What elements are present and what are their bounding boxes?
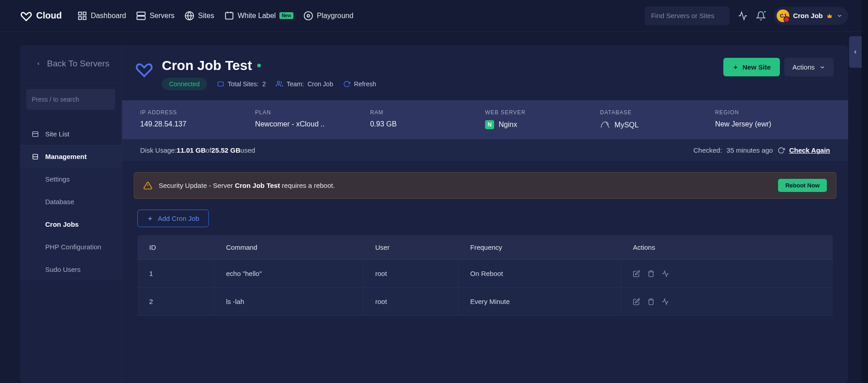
- user-menu[interactable]: CJ Cron Job: [774, 7, 848, 25]
- server-title-row: Cron Job Test: [162, 58, 376, 73]
- table-row: 2 ls -lah root Every Minute: [137, 288, 833, 316]
- team-value: Cron Job: [307, 80, 333, 88]
- nav-servers[interactable]: Servers: [136, 11, 175, 21]
- nav-dashboard[interactable]: Dashboard: [77, 11, 126, 21]
- sidebar: Back To Servers Site List Management Set…: [20, 45, 122, 383]
- servers-icon: [136, 11, 146, 21]
- activity-button[interactable]: [738, 11, 748, 21]
- nav-sites[interactable]: Sites: [184, 11, 214, 21]
- edit-icon: [633, 270, 640, 277]
- back-to-servers[interactable]: Back To Servers: [20, 45, 122, 83]
- logo-icon: [20, 9, 33, 22]
- scrollbar[interactable]: [862, 0, 868, 383]
- cell-id: 1: [137, 260, 214, 288]
- plus-icon: [147, 215, 153, 222]
- global-search-input[interactable]: [651, 12, 737, 19]
- col-actions: Actions: [621, 235, 833, 260]
- server-header: Cron Job Test Connected Total Sites: 2 T…: [122, 45, 848, 100]
- nav-playground[interactable]: Playground: [303, 11, 354, 21]
- svg-rect-0: [78, 12, 81, 14]
- svg-point-13: [304, 11, 312, 19]
- svg-rect-23: [218, 82, 223, 86]
- avatar: CJ: [777, 9, 789, 22]
- reboot-now-button[interactable]: Reboot Now: [778, 179, 827, 192]
- edit-button[interactable]: [633, 298, 640, 305]
- edit-icon: [633, 298, 640, 305]
- team-info: Team: Cron Job: [276, 80, 333, 88]
- svg-rect-10: [225, 12, 233, 19]
- disk-used: 11.01 GB: [177, 146, 206, 154]
- disk-of: of: [206, 146, 212, 154]
- global-search[interactable]: [645, 6, 730, 25]
- cell-frequency: Every Minute: [458, 288, 621, 316]
- checked-prefix: Checked:: [693, 146, 722, 154]
- cell-user: root: [363, 288, 458, 316]
- new-site-label: New Site: [742, 63, 771, 71]
- plan-value: Newcomer - xCloud ..: [255, 120, 370, 128]
- main-content: Cron Job Test Connected Total Sites: 2 T…: [122, 45, 848, 383]
- security-alert: Security Update - Server Cron Job Test r…: [134, 172, 836, 199]
- sidebar-search[interactable]: [26, 89, 115, 110]
- nav-white-label[interactable]: White Label New: [224, 11, 293, 21]
- alert-text: Security Update - Server Cron Job Test r…: [159, 182, 335, 189]
- sidebar-management[interactable]: Management: [20, 145, 122, 168]
- plan-label: PLAN: [255, 109, 370, 116]
- playground-icon: [303, 11, 313, 21]
- svg-rect-19: [33, 131, 38, 136]
- sidebar-sudo-users[interactable]: Sudo Users: [20, 258, 122, 280]
- cell-actions: [621, 260, 833, 288]
- sidebar-php-config[interactable]: PHP Configuration: [20, 235, 122, 258]
- cron-panel: Add Cron Job ID Command User Frequency A…: [134, 210, 836, 316]
- add-cron-label: Add Cron Job: [158, 215, 199, 222]
- refresh-icon: [778, 147, 785, 154]
- disk-total: 25.52 GB: [212, 146, 241, 154]
- cell-command: echo "hello": [214, 260, 363, 288]
- col-command: Command: [214, 235, 363, 260]
- actions-button[interactable]: Actions: [784, 58, 834, 76]
- cell-actions: [621, 288, 833, 316]
- info-strip: IP ADDRESS 149.28.54.137 PLAN Newcomer -…: [122, 100, 848, 139]
- disk-prefix: Disk Usage:: [140, 146, 177, 154]
- ram-value: 0.93 GB: [370, 120, 485, 128]
- refresh-link[interactable]: Refresh: [343, 80, 376, 88]
- svg-rect-5: [137, 16, 145, 19]
- svg-point-24: [277, 81, 279, 84]
- db-text: MySQL: [614, 121, 638, 129]
- svg-rect-1: [83, 12, 85, 14]
- collapse-panel-tab[interactable]: [849, 36, 862, 68]
- sites-icon: [184, 11, 194, 21]
- disk-suffix: used: [241, 146, 255, 154]
- info-ip: IP ADDRESS 149.28.54.137: [140, 109, 255, 130]
- logo[interactable]: Cloud: [20, 9, 62, 22]
- check-again-link[interactable]: Check Again: [789, 146, 830, 154]
- delete-button[interactable]: [647, 270, 655, 277]
- ram-label: RAM: [370, 109, 485, 116]
- dashboard-icon: [77, 11, 87, 21]
- server-meta: Connected Total Sites: 2 Team: Cron Job …: [162, 78, 376, 90]
- sidebar-search-input[interactable]: [32, 96, 111, 103]
- alert-server: Cron Job Test: [235, 182, 280, 189]
- web-text: Nginx: [499, 121, 517, 129]
- sidebar-site-list[interactable]: Site List: [20, 122, 122, 145]
- mysql-icon: [600, 120, 610, 130]
- edit-button[interactable]: [633, 270, 640, 277]
- site-list-label: Site List: [45, 130, 69, 138]
- nav-items: Dashboard Servers Sites White Label New …: [77, 11, 354, 21]
- alert-prefix: Security Update - Server: [159, 182, 235, 189]
- sidebar-settings[interactable]: Settings: [20, 168, 122, 190]
- server-title-block: Cron Job Test Connected Total Sites: 2 T…: [162, 58, 376, 90]
- activity-button[interactable]: [662, 270, 669, 277]
- sidebar-cron-jobs[interactable]: Cron Jobs: [20, 213, 122, 235]
- notifications-button[interactable]: [756, 11, 766, 21]
- table-row: 1 echo "hello" root On Reboot: [137, 260, 833, 288]
- activity-button[interactable]: [662, 298, 669, 305]
- sidebar-database[interactable]: Database: [20, 190, 122, 213]
- web-value: N Nginx: [485, 120, 600, 129]
- new-site-button[interactable]: New Site: [723, 58, 780, 76]
- add-cron-job-button[interactable]: Add Cron Job: [137, 210, 209, 227]
- trash-icon: [647, 298, 655, 305]
- delete-button[interactable]: [647, 298, 655, 305]
- chevron-left-icon: [853, 48, 858, 56]
- back-label: Back To Servers: [47, 59, 109, 69]
- status-dot: [257, 64, 261, 67]
